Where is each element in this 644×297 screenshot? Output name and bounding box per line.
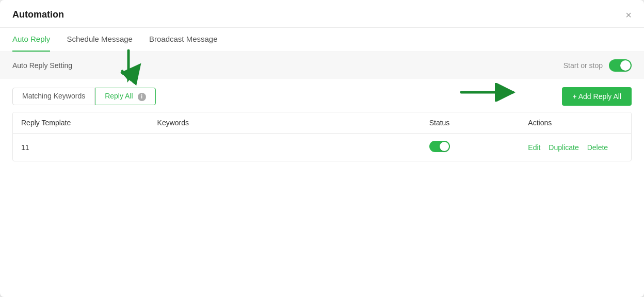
filter-tabs: Matching Keywords Reply All i <box>12 88 156 105</box>
tab-schedule-message[interactable]: Schedule Message <box>67 27 133 52</box>
start-stop-label: Start or stop <box>564 61 603 70</box>
cell-reply-template: 11 <box>13 134 149 161</box>
close-button[interactable]: × <box>625 10 632 27</box>
filter-row: Matching Keywords Reply All i + Add Repl… <box>12 79 632 112</box>
col-header-keywords: Keywords <box>149 112 421 134</box>
reply-table-container: Reply Template Keywords Status Actions 1… <box>12 112 632 161</box>
tab-auto-reply[interactable]: Auto Reply <box>12 27 50 52</box>
setting-bar-right: Start or stop <box>564 59 632 72</box>
modal-title: Automation <box>12 9 64 27</box>
add-reply-all-button[interactable]: + Add Reply All <box>562 87 632 106</box>
row-status-toggle[interactable] <box>429 141 450 152</box>
filter-tab-matching-keywords[interactable]: Matching Keywords <box>12 88 95 105</box>
reply-all-info-icon[interactable]: i <box>138 93 146 101</box>
start-stop-toggle[interactable] <box>609 59 632 72</box>
cell-keywords <box>149 134 421 161</box>
automation-modal: Automation × Auto Reply Schedule Message… <box>0 0 644 297</box>
arrow-right-indicator <box>459 83 521 102</box>
filter-tab-reply-all[interactable]: Reply All i <box>95 88 155 105</box>
delete-action-button[interactable]: Delete <box>587 143 608 152</box>
tab-broadcast-message[interactable]: Broadcast Message <box>149 27 218 52</box>
table-row: 11 Edit Duplicate Delete <box>13 134 631 161</box>
duplicate-action-button[interactable]: Duplicate <box>549 143 578 152</box>
setting-bar-label: Auto Reply Setting <box>12 61 72 70</box>
modal-header: Automation × <box>0 0 644 28</box>
tab-bar: Auto Reply Schedule Message Broadcast Me… <box>0 27 644 52</box>
cell-status <box>421 134 520 161</box>
reply-table: Reply Template Keywords Status Actions 1… <box>13 112 631 161</box>
cell-actions: Edit Duplicate Delete <box>520 134 631 161</box>
main-content: Auto Reply Setting Start or stop M <box>0 52 644 297</box>
edit-action-button[interactable]: Edit <box>528 143 540 152</box>
col-header-actions: Actions <box>520 112 631 134</box>
col-header-status: Status <box>421 112 520 134</box>
col-header-reply-template: Reply Template <box>13 112 149 134</box>
table-header-row: Reply Template Keywords Status Actions <box>13 112 631 134</box>
setting-bar: Auto Reply Setting Start or stop <box>0 52 644 79</box>
